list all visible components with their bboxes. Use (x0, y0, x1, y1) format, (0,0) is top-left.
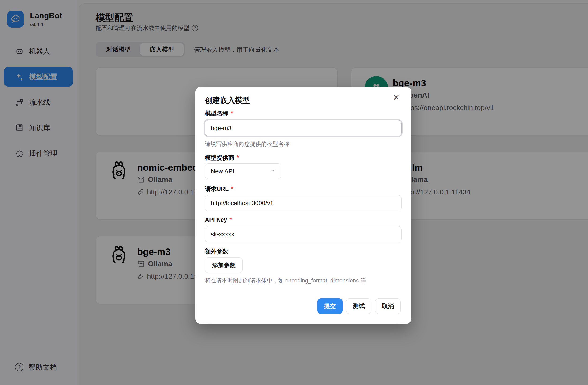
dialog-title: 创建嵌入模型 (205, 95, 250, 106)
create-embedding-model-dialog: 创建嵌入模型 ✕ 模型名称* bge-m3 请填写供应商向您提供的模型名称 模型… (195, 87, 411, 324)
add-param-button[interactable]: 添加参数 (205, 257, 243, 273)
model-name-helper: 请填写供应商向您提供的模型名称 (205, 140, 289, 148)
required-asterisk: * (237, 154, 239, 161)
required-asterisk: * (231, 110, 233, 116)
extra-params-helper: 将在请求时附加到请求体中，如 encoding_format, dimensio… (205, 277, 366, 284)
request-url-input[interactable]: http://localhost:3000/v1 (205, 195, 402, 211)
test-button[interactable]: 测试 (346, 298, 371, 314)
langbot-app: LangBot v4.1.1 机器人 (0, 0, 588, 385)
required-asterisk: * (231, 186, 233, 192)
close-icon[interactable]: ✕ (393, 94, 400, 101)
provider-label: 模型提供商* (205, 154, 239, 162)
provider-select[interactable]: New API (205, 163, 281, 179)
required-asterisk: * (229, 216, 232, 223)
api-key-input[interactable]: sk-xxxxx (205, 226, 402, 242)
submit-button[interactable]: 提交 (317, 298, 342, 314)
model-name-input[interactable]: bge-m3 (205, 120, 402, 136)
api-key-label: API Key* (205, 216, 232, 223)
chevron-down-icon (270, 167, 276, 175)
extra-params-label: 额外参数 (205, 248, 228, 255)
request-url-label: 请求URL* (205, 185, 233, 193)
model-name-label: 模型名称* (205, 109, 233, 117)
cancel-button[interactable]: 取消 (375, 298, 401, 314)
